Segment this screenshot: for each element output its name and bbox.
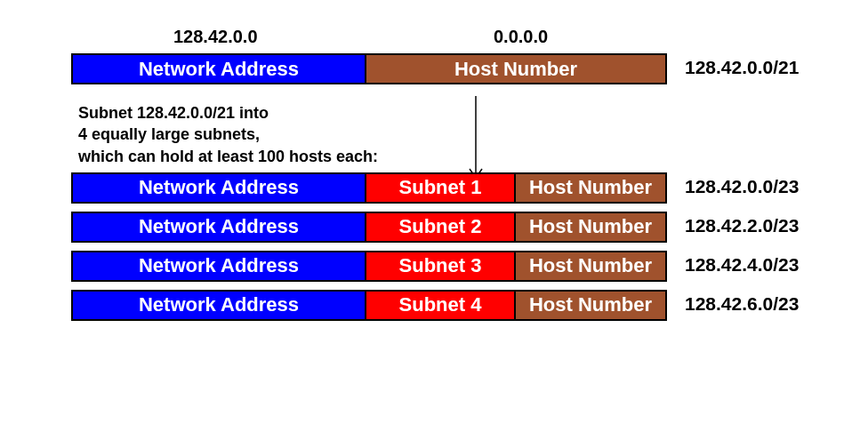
host-number-segment: Host Number (514, 213, 665, 241)
subnet-row: Network Address Subnet 3 Host Number 128… (71, 251, 845, 282)
instruction-line-2: 4 equally large subnets, (78, 124, 452, 145)
network-address-segment: Network Address (73, 55, 365, 83)
subnet-id-segment: Subnet 3 (365, 252, 514, 280)
top-header-labels: 128.42.0.0 0.0.0.0 (71, 27, 845, 53)
host-number-segment: Host Number (514, 252, 665, 280)
main-address-bar: Network Address Host Number (71, 53, 667, 84)
network-header-value: 128.42.0.0 (173, 27, 258, 47)
host-number-segment: Host Number (514, 292, 665, 319)
network-address-segment: Network Address (73, 252, 365, 280)
subnet-id-segment: Subnet 2 (365, 213, 514, 241)
instruction-line-1: Subnet 128.42.0.0/21 into (78, 102, 452, 124)
subnet-bar: Network Address Subnet 3 Host Number (71, 251, 667, 282)
subnet-row: Network Address Subnet 4 Host Number 128… (71, 290, 845, 321)
subnet-bar: Network Address Subnet 4 Host Number (71, 290, 667, 321)
main-cidr-label: 128.42.0.0/21 (685, 57, 799, 78)
subnet-row: Network Address Subnet 2 Host Number 128… (71, 212, 845, 243)
host-number-segment: Host Number (514, 174, 665, 202)
instruction-line-3: which can hold at least 100 hosts each: (78, 146, 452, 167)
main-address-row: Network Address Host Number 128.42.0.0/2… (71, 53, 845, 84)
subnet-cidr-label: 128.42.2.0/23 (685, 215, 799, 236)
subnet-id-segment: Subnet 4 (365, 292, 514, 319)
subnet-cidr-label: 128.42.4.0/23 (685, 254, 799, 276)
network-address-segment: Network Address (73, 213, 365, 241)
host-number-segment: Host Number (365, 55, 665, 83)
subnet-cidr-label: 128.42.6.0/23 (685, 293, 799, 315)
subnet-bar: Network Address Subnet 1 Host Number (71, 172, 667, 204)
subnet-row: Network Address Subnet 1 Host Number 128… (71, 172, 845, 204)
subnet-id-segment: Subnet 1 (365, 174, 514, 202)
diagram-canvas: 128.42.0.0 0.0.0.0 Network Address Host … (71, 27, 845, 329)
subnet-bar: Network Address Subnet 2 Host Number (71, 212, 667, 243)
network-address-segment: Network Address (73, 174, 365, 202)
instructions-text: Subnet 128.42.0.0/21 into 4 equally larg… (78, 102, 452, 167)
host-header-value: 0.0.0.0 (494, 27, 548, 47)
network-address-segment: Network Address (73, 292, 365, 319)
subnet-cidr-label: 128.42.0.0/23 (685, 176, 799, 197)
